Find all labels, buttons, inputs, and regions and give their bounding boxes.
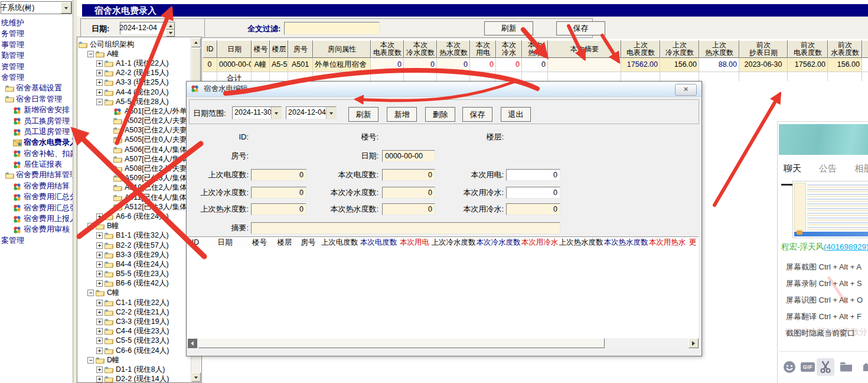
expand-icon[interactable]: +: [96, 348, 103, 354]
table-cell[interactable]: 0000-00-00: [217, 58, 252, 72]
column-header[interactable]: 上次冷水度数: [660, 40, 699, 58]
expand-icon[interactable]: +: [96, 337, 103, 344]
expand-icon[interactable]: +: [96, 213, 103, 220]
column-header[interactable]: 本次热水度数: [437, 40, 470, 58]
memo-field[interactable]: [251, 222, 560, 234]
emoji-icon[interactable]: [781, 358, 798, 376]
tree-node[interactable]: A509[已住3人/集体: [79, 174, 191, 183]
expand-icon[interactable]: +: [96, 60, 103, 67]
table-cell[interactable]: 0: [470, 58, 496, 72]
expand-icon[interactable]: +: [96, 89, 103, 96]
dialog-column-header[interactable]: ID: [187, 237, 204, 249]
menu-item[interactable]: 屏幕识图 Ctrl + Alt + O: [780, 292, 868, 309]
expand-icon[interactable]: +: [96, 280, 103, 287]
tree-node[interactable]: −B幢: [79, 222, 191, 231]
table-cell[interactable]: 0: [203, 58, 217, 72]
sidebar-item[interactable]: 宿舍费用汇总张贴: [0, 203, 73, 213]
date-from-combo[interactable]: 2024-11-30: [232, 106, 282, 119]
sidebar-item[interactable]: 务管理: [0, 28, 73, 39]
dialog-column-header[interactable]: 房号: [296, 237, 320, 249]
dialog-column-header[interactable]: 楼号: [246, 237, 273, 249]
form-field[interactable]: 0: [506, 169, 560, 181]
tree-node[interactable]: +B3-3 (现住29人): [79, 250, 191, 259]
combo-arrow-icon[interactable]: [271, 107, 281, 119]
table-cell[interactable]: A幢: [252, 58, 270, 72]
table-cell[interactable]: 88.00: [699, 58, 739, 72]
table-cell[interactable]: 0: [522, 58, 548, 72]
table-cell[interactable]: A5-5: [270, 58, 288, 72]
dialog-delete-button[interactable]: 删除: [425, 107, 455, 122]
tree-node[interactable]: +C4-4 (现住23人): [79, 327, 191, 336]
column-header[interactable]: 本次用电: [470, 40, 496, 58]
dialog-titlebar[interactable]: 宿舍水电编辑 ×: [187, 82, 701, 97]
column-header[interactable]: 房号: [288, 40, 313, 58]
expand-icon[interactable]: +: [96, 242, 103, 249]
column-header[interactable]: 前次电表度数: [788, 40, 828, 58]
tree-node[interactable]: A501[已住2人/外单: [79, 106, 191, 116]
table-cell[interactable]: A501: [288, 58, 313, 72]
column-header[interactable]: 房间属性: [313, 40, 371, 58]
spinner-down-icon[interactable]: [166, 30, 175, 37]
form-field[interactable]: 0: [506, 187, 560, 199]
column-header[interactable]: 前次水表度数: [828, 40, 862, 58]
expand-icon[interactable]: +: [96, 309, 103, 316]
tree-node[interactable]: A503[已住2人/夫妻: [79, 126, 191, 135]
tree-node[interactable]: A506[已住4人/集体: [79, 145, 191, 154]
tree-node[interactable]: −C幢: [79, 288, 191, 298]
contact-link[interactable]: 程宏-浮天风(401698929): [781, 242, 868, 252]
tree-node[interactable]: +A3-3 (现住25人): [79, 78, 191, 87]
tree-node[interactable]: +C2-2 (现住21人): [79, 307, 191, 317]
collapse-icon[interactable]: −: [87, 223, 94, 229]
sidebar-item[interactable]: 宿舍费用结算: [0, 181, 73, 192]
form-field[interactable]: 0000-00-00: [382, 150, 435, 162]
tree-node[interactable]: +B2-2 (现住57人): [79, 241, 191, 250]
tree-node[interactable]: +C5-5 (现住23人): [79, 336, 191, 346]
tree-node[interactable]: A508[已住2人/夫妻: [79, 164, 191, 173]
column-header[interactable]: 本次冷水度数: [404, 40, 437, 58]
expand-icon[interactable]: +: [96, 79, 103, 86]
sidebar-item[interactable]: 勤管理: [0, 50, 73, 61]
scroll-up-icon[interactable]: [191, 38, 201, 47]
tree-node[interactable]: +A4-4 (现住20人): [79, 87, 191, 97]
table-cell[interactable]: 0: [496, 58, 522, 72]
scroll-down-icon[interactable]: [191, 372, 201, 382]
dialog-column-header[interactable]: 本次电度数: [359, 237, 398, 249]
tab-active[interactable]: 聊天: [782, 161, 802, 181]
date-to-combo[interactable]: 2024-12-04: [286, 106, 337, 119]
expand-icon[interactable]: +: [96, 300, 103, 306]
scroll-left-icon[interactable]: [187, 338, 197, 348]
table-cell[interactable]: 2023-06-30: [739, 58, 788, 72]
sidebar-item[interactable]: 新增宿舍安排: [0, 105, 73, 115]
tree-node[interactable]: +B4-4 (现住24人): [79, 259, 191, 269]
dialog-column-header[interactable]: 本次冷水度数: [476, 237, 521, 249]
sidebar-item[interactable]: 宿舍费用汇总分类: [0, 192, 73, 202]
column-header[interactable]: 上次热水度数: [699, 40, 739, 58]
column-header[interactable]: 本次摘要: [548, 40, 621, 58]
column-header[interactable]: 楼层: [270, 40, 288, 58]
tree-node[interactable]: A507[已住4人/集体: [79, 154, 191, 164]
tree-node[interactable]: +C3-3 (现住19人): [79, 317, 191, 326]
form-field[interactable]: 0: [506, 203, 560, 215]
tree-node[interactable]: A505[已住0人/夫妻: [79, 135, 191, 145]
subsystem-dropdown[interactable]: 子系统(树): [1, 1, 72, 14]
collapse-icon[interactable]: −: [87, 51, 94, 57]
dialog-column-header[interactable]: 本次热水度数: [603, 237, 648, 249]
expand-icon[interactable]: +: [96, 271, 103, 277]
sidebar-item[interactable]: 宿舍日常管理: [0, 94, 73, 105]
close-icon[interactable]: ×: [675, 84, 697, 96]
tree-node[interactable]: +A2-2 (现住15人): [79, 69, 191, 78]
collapse-icon[interactable]: −: [87, 290, 94, 296]
dialog-grid-body[interactable]: [187, 249, 699, 339]
dialog-column-header[interactable]: 本次用电: [398, 237, 431, 249]
expand-icon[interactable]: +: [96, 252, 103, 258]
tab-inactive[interactable]: 公告: [818, 161, 838, 181]
tree-node[interactable]: +D2-2 (现住14人): [79, 375, 191, 383]
table-cell[interactable]: 156.00: [828, 58, 862, 72]
menu-item[interactable]: 屏幕截图 Ctrl + Alt + A: [780, 259, 868, 275]
dialog-column-header[interactable]: 上次电度数: [320, 237, 359, 249]
tree-node[interactable]: −D幢: [79, 355, 191, 365]
expand-icon[interactable]: +: [96, 261, 103, 268]
column-header[interactable]: 前次抄表日期: [739, 40, 788, 58]
expand-icon[interactable]: +: [96, 366, 103, 373]
table-row[interactable]: 00000-00-00A幢A5-5A501外单位租用宿舍00000017562.…: [203, 58, 868, 72]
